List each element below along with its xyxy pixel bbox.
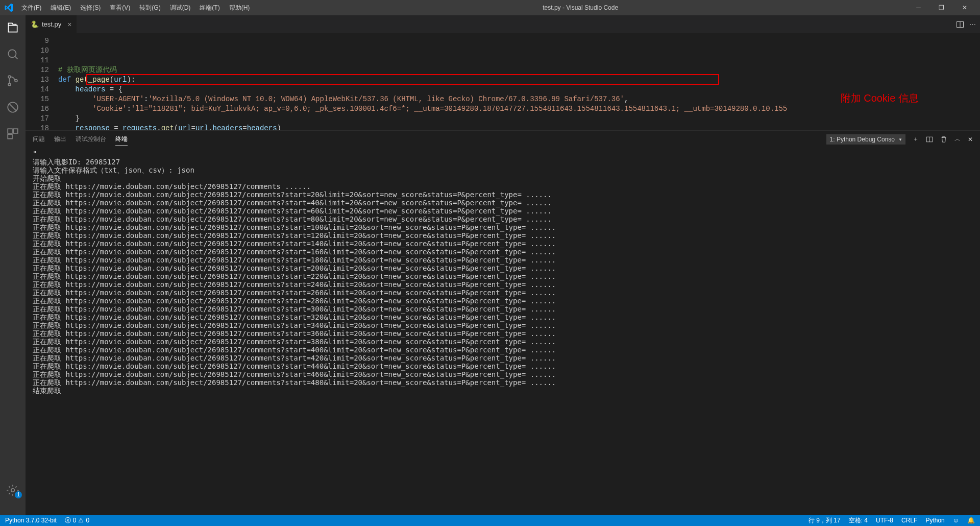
- kill-terminal-icon[interactable]: [940, 136, 947, 143]
- svg-line-6: [9, 103, 16, 111]
- error-count: 0: [73, 517, 77, 524]
- line-gutter: 9101112131415161718: [26, 33, 58, 130]
- terminal-line: 正在爬取 https://movie.douban.com/subject/26…: [33, 264, 973, 272]
- status-cursor[interactable]: 行 9，列 17: [808, 516, 841, 525]
- panel-tab[interactable]: 输出: [54, 133, 66, 146]
- status-spaces[interactable]: 空格: 4: [849, 516, 868, 525]
- menu-item[interactable]: 调试(D): [166, 2, 195, 14]
- close-button[interactable]: ✕: [953, 0, 976, 15]
- editor-tabs: 🐍 test.py × ⋯: [26, 15, 980, 33]
- svg-point-2: [8, 76, 11, 78]
- status-python[interactable]: Python 3.7.0 32-bit: [5, 517, 57, 524]
- main-area: 🐍 test.py × ⋯ 9101112131415161718 # 获取网页…: [26, 15, 980, 515]
- panel-tab[interactable]: 调试控制台: [76, 133, 106, 146]
- split-terminal-icon[interactable]: [926, 136, 933, 143]
- explorer-icon[interactable]: [6, 20, 20, 35]
- status-language[interactable]: Python: [925, 517, 944, 524]
- terminal-line: 正在爬取 https://movie.douban.com/subject/26…: [33, 297, 973, 305]
- source-control-icon[interactable]: [6, 74, 20, 88]
- panel-close-icon[interactable]: ✕: [968, 136, 973, 143]
- status-bar: Python 3.7.0 32-bit ⓧ0 ⚠0 行 9，列 17 空格: 4…: [0, 515, 980, 526]
- svg-rect-8: [13, 129, 18, 133]
- terminal-line: 正在爬取 https://movie.douban.com/subject/26…: [33, 313, 973, 321]
- menu-item[interactable]: 转到(G): [135, 2, 164, 14]
- svg-point-0: [8, 50, 16, 57]
- terminal-line: 正在爬取 https://movie.douban.com/subject/26…: [33, 240, 973, 248]
- panel-tabs: 问题输出调试控制台终端 1: Python Debug Conso ＋ ︿ ✕: [26, 131, 980, 148]
- svg-point-10: [11, 489, 15, 492]
- code-editor[interactable]: 9101112131415161718 # 获取网页源代码def get_pag…: [26, 33, 980, 130]
- code-line[interactable]: 'Cookie':'ll="118281"; bid=KuY_llukvkA; …: [58, 104, 924, 114]
- terminal-line: 开始爬取: [33, 174, 973, 182]
- status-notifications-icon[interactable]: 🔔: [967, 517, 975, 524]
- terminal-line: 正在爬取 https://movie.douban.com/subject/26…: [33, 354, 973, 362]
- terminal-line: 正在爬取 https://movie.douban.com/subject/26…: [33, 346, 973, 354]
- terminal-line: 结束爬取: [33, 387, 973, 395]
- warning-icon: ⚠: [78, 517, 84, 524]
- terminal-line: 正在爬取 https://movie.douban.com/subject/26…: [33, 272, 973, 280]
- terminal-line: 正在爬取 https://movie.douban.com/subject/26…: [33, 370, 973, 378]
- terminal-line: 正在爬取 https://movie.douban.com/subject/26…: [33, 207, 973, 215]
- code-line[interactable]: }: [58, 114, 924, 124]
- error-icon: ⓧ: [65, 516, 71, 525]
- terminal-line: 请输入电影ID: 26985127: [33, 158, 973, 166]
- warning-count: 0: [86, 517, 89, 524]
- status-encoding[interactable]: UTF-8: [876, 517, 893, 524]
- terminal-line: 正在爬取 https://movie.douban.com/subject/26…: [33, 223, 973, 231]
- panel-maximize-icon[interactable]: ︿: [954, 135, 961, 144]
- status-eol[interactable]: CRLF: [901, 517, 917, 524]
- terminal-line: 正在爬取 https://movie.douban.com/subject/26…: [33, 362, 973, 370]
- maximize-button[interactable]: ❐: [930, 0, 953, 15]
- split-editor-icon[interactable]: [956, 20, 964, 29]
- code-content[interactable]: # 获取网页源代码def get_page(url): headers = { …: [58, 33, 924, 130]
- menu-item[interactable]: 文件(F): [17, 2, 45, 14]
- terminal-line: 正在爬取 https://movie.douban.com/subject/26…: [33, 305, 973, 313]
- more-actions-icon[interactable]: ⋯: [969, 20, 976, 28]
- terminal-line: 正在爬取 https://movie.douban.com/subject/26…: [33, 256, 973, 264]
- terminal-line: 正在爬取 https://movie.douban.com/subject/26…: [33, 289, 973, 297]
- debug-icon[interactable]: [6, 100, 20, 114]
- tab-close-icon[interactable]: ×: [67, 20, 71, 29]
- terminal-line: 正在爬取 https://movie.douban.com/subject/26…: [33, 338, 973, 346]
- terminal-select[interactable]: 1: Python Debug Conso: [826, 134, 905, 145]
- status-problems[interactable]: ⓧ0 ⚠0: [65, 516, 89, 525]
- tab-test-py[interactable]: 🐍 test.py ×: [26, 15, 77, 33]
- vscode-logo-icon: [4, 3, 13, 12]
- code-line[interactable]: # 获取网页源代码: [58, 65, 924, 75]
- code-line[interactable]: def get_page(url):: [58, 75, 924, 85]
- terminal-line: 正在爬取 https://movie.douban.com/subject/26…: [33, 182, 973, 190]
- svg-rect-7: [8, 129, 12, 133]
- menu-item[interactable]: 选择(S): [76, 2, 105, 14]
- terminal-line: 正在爬取 https://movie.douban.com/subject/26…: [33, 378, 973, 387]
- python-file-icon: 🐍: [31, 20, 39, 28]
- titlebar: 文件(F)编辑(E)选择(S)查看(V)转到(G)调试(D)终端(T)帮助(H)…: [0, 0, 980, 15]
- annotation-text: 附加 Cookie 信息: [841, 93, 919, 103]
- panel-tab[interactable]: 终端: [115, 133, 128, 146]
- code-line[interactable]: headers = {: [58, 85, 924, 94]
- menu-item[interactable]: 查看(V): [106, 2, 134, 14]
- panel-tab[interactable]: 问题: [33, 133, 45, 146]
- terminal-line: 正在爬取 https://movie.douban.com/subject/26…: [33, 190, 973, 199]
- status-feedback-icon[interactable]: ☺: [953, 517, 959, 524]
- terminal-line: 正在爬取 https://movie.douban.com/subject/26…: [33, 280, 973, 289]
- terminal-line: 正在爬取 https://movie.douban.com/subject/26…: [33, 231, 973, 240]
- window-controls: ─ ❐ ✕: [907, 0, 976, 15]
- terminal-line: 请输入文件保存格式（txt、json、csv）: json: [33, 166, 973, 174]
- terminal-line: 正在爬取 https://movie.douban.com/subject/26…: [33, 321, 973, 329]
- new-terminal-icon[interactable]: ＋: [913, 135, 919, 144]
- svg-line-1: [15, 56, 17, 59]
- code-line[interactable]: 'USER-AGENT':'Mozilla/5.0 (Windows NT 10…: [58, 94, 924, 104]
- menu-item[interactable]: 终端(T): [195, 2, 224, 14]
- code-line[interactable]: response = requests.get(url=url,headers=…: [58, 124, 924, 130]
- extensions-icon[interactable]: [6, 127, 20, 141]
- menu-item[interactable]: 帮助(H): [225, 2, 254, 14]
- minimap[interactable]: [924, 33, 980, 130]
- search-icon[interactable]: [6, 47, 20, 61]
- svg-point-3: [8, 83, 11, 86]
- menu-item[interactable]: 编辑(E): [46, 2, 75, 14]
- minimize-button[interactable]: ─: [907, 0, 930, 15]
- settings-gear-icon[interactable]: 1: [6, 483, 20, 497]
- terminal-output[interactable]: "请输入电影ID: 26985127请输入文件保存格式（txt、json、csv…: [26, 148, 980, 515]
- tab-label: test.py: [42, 20, 61, 28]
- activity-bar: 1: [0, 15, 26, 515]
